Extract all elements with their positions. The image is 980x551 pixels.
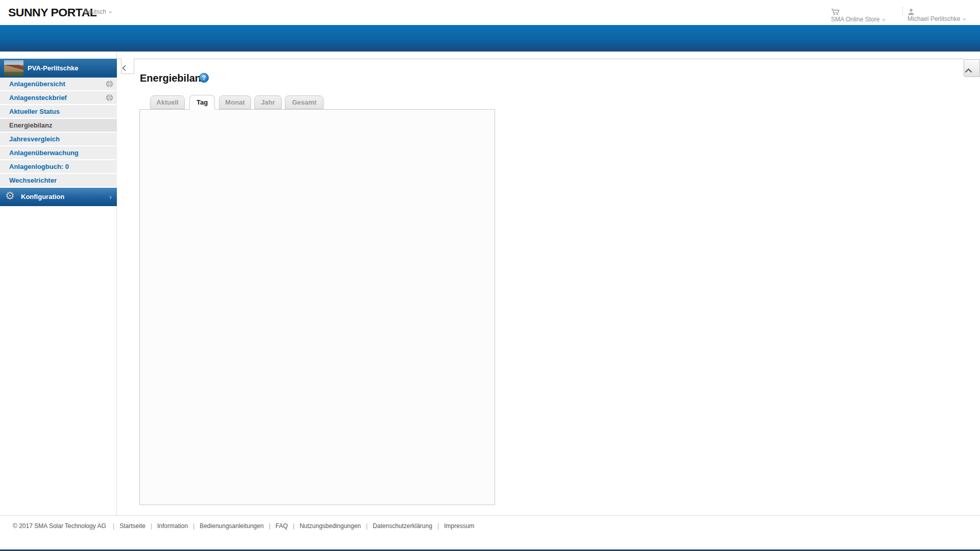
- sidebar-item-anlagenlogbuch[interactable]: Anlagenlogbuch: 0: [0, 160, 117, 173]
- store-label: SMA Online Store: [831, 16, 879, 23]
- footer: © 2017 SMA Solar Technology AG |Startsei…: [13, 522, 474, 530]
- sidebar-item-label: Anlagenlogbuch: 0: [9, 163, 69, 170]
- divider: |: [293, 522, 295, 530]
- topbar: SUNNY PORTAL Deutsch SMA Online Store Mi…: [0, 0, 980, 25]
- chevron-right-icon: ›: [109, 193, 112, 201]
- sidebar-item-label: Konfiguration: [21, 188, 64, 206]
- tab-jahr[interactable]: Jahr: [254, 95, 282, 109]
- chevron-left-icon: [121, 64, 127, 72]
- sidebar-item-wechselrichter[interactable]: Wechselrichter: [0, 174, 117, 187]
- plant-name: PVA-Perlitschke: [28, 59, 78, 78]
- sidebar-item-label: Anlagenüberwachung: [9, 149, 79, 157]
- sidebar-item-anlagensteckbrief[interactable]: Anlagensteckbrief: [0, 91, 117, 104]
- copyright: © 2017 SMA Solar Technology AG: [13, 522, 106, 530]
- chevron-up-icon: [964, 68, 973, 73]
- main-nav-bar: [0, 25, 980, 52]
- footer-link-7[interactable]: Impressum: [444, 522, 474, 530]
- divider: |: [366, 522, 368, 530]
- tab-aktuell[interactable]: Aktuell: [150, 95, 185, 109]
- divider: [0, 548, 980, 548]
- divider: |: [437, 522, 439, 530]
- footer-link-2[interactable]: Information: [157, 522, 188, 530]
- sidebar-item-label: Wechselrichter: [9, 177, 57, 184]
- language-selector[interactable]: Deutsch: [84, 8, 112, 15]
- sidebar-item-label: Jahresvergleich: [9, 135, 60, 143]
- divider: [0, 515, 980, 516]
- sidebar-item-label: Aktueller Status: [9, 108, 60, 115]
- store-menu[interactable]: SMA Online Store: [831, 8, 885, 23]
- divider: |: [151, 522, 152, 530]
- chevron-down-icon: [963, 17, 966, 20]
- chevron-down-icon: [109, 10, 112, 13]
- divider: [902, 7, 903, 16]
- sidebar-item-aktueller-status[interactable]: Aktueller Status: [0, 105, 117, 118]
- sidebar-item-jahresvergleich[interactable]: Jahresvergleich: [0, 133, 117, 145]
- divider: |: [113, 522, 114, 530]
- chevron-down-icon: [882, 17, 886, 21]
- divider: |: [193, 522, 194, 530]
- globe-icon: [106, 81, 113, 87]
- sidebar-item-label: Anlagenübersicht: [9, 80, 65, 88]
- page-title: Energiebilanz: [140, 72, 206, 84]
- language-label: Deutsch: [84, 8, 106, 15]
- sidebar: PVA-Perlitschke AnlagenübersichtAnlagens…: [0, 52, 117, 515]
- sidebar-item-label: Energiebilanz: [9, 121, 53, 129]
- person-icon: [908, 8, 915, 15]
- sidebar-item-anlagenueberwachung[interactable]: Anlagenüberwachung: [0, 146, 117, 159]
- user-menu[interactable]: Michael Perlitschke: [908, 8, 966, 22]
- sidebar-collapse-button[interactable]: [121, 59, 134, 74]
- sidebar-nav: AnlagenübersichtAnlagensteckbriefAktuell…: [0, 78, 117, 188]
- tab-gesamt[interactable]: Gesamt: [285, 95, 324, 109]
- tab-monat[interactable]: Monat: [219, 95, 251, 109]
- scroll-top-button[interactable]: [964, 59, 980, 77]
- tab-panel: [139, 109, 495, 505]
- sidebar-item-anlagenuebersicht[interactable]: Anlagenübersicht: [0, 78, 117, 90]
- footer-link-1[interactable]: Startseite: [119, 522, 145, 530]
- divider: |: [269, 522, 271, 530]
- sidebar-item-konfiguration[interactable]: ⚙ Konfiguration ›: [0, 188, 117, 206]
- sidebar-item-energiebilanz[interactable]: Energiebilanz: [0, 119, 117, 132]
- tab-tag[interactable]: Tag: [189, 95, 215, 110]
- sidebar-item-label: Anlagensteckbrief: [9, 94, 67, 102]
- footer-link-6[interactable]: Datenschutzerklärung: [373, 522, 432, 530]
- plant-photo: [4, 60, 23, 76]
- globe-icon: [106, 94, 113, 101]
- footer-link-3[interactable]: Bedienungsanleitungen: [200, 522, 263, 530]
- footer-link-4[interactable]: FAQ: [276, 522, 288, 530]
- plant-header[interactable]: PVA-Perlitschke: [0, 59, 117, 78]
- help-icon[interactable]: ?: [199, 73, 209, 83]
- divider: [117, 59, 964, 59]
- footer-link-5[interactable]: Nutzungsbedingungen: [300, 522, 361, 530]
- user-label: Michael Perlitschke: [908, 15, 960, 22]
- gear-icon: ⚙: [5, 190, 15, 202]
- cart-icon: [831, 8, 840, 16]
